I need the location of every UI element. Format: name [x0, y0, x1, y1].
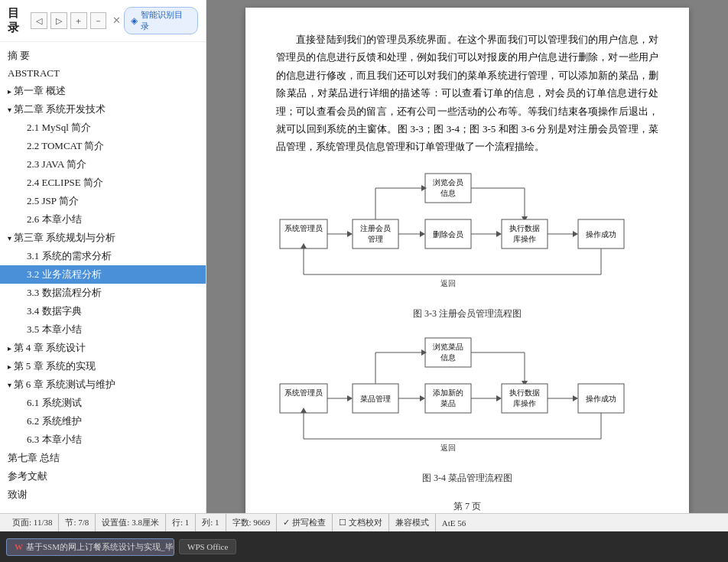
svg-text:执行数据: 执行数据: [509, 388, 540, 397]
toc-fwd-btn[interactable]: ▷: [50, 12, 67, 29]
svg-marker-26: [573, 231, 578, 237]
svg-text:信息: 信息: [440, 189, 456, 197]
svg-text:删除会员: 删除会员: [433, 230, 463, 239]
svg-marker-8: [420, 231, 425, 237]
sidebar-title: 目录: [8, 6, 31, 35]
main-area: 目录 ◁ ▷ ＋ － ✕ ◈ 智能识别目录 摘 要ABSTRACT第一章 概述第…: [0, 0, 728, 513]
toc-item-ch3-2[interactable]: 3.2 业务流程分析: [0, 265, 206, 284]
toc-item-abstract-en[interactable]: ABSTRACT: [0, 65, 206, 82]
toc-item-ch5[interactable]: 第 5 章 系统的实现: [0, 357, 206, 375]
svg-text:浏览菜品: 浏览菜品: [433, 343, 463, 351]
diagram2-svg: 系统管理员 菜品管理 添加新的 菜品: [276, 332, 658, 466]
diagram1-title: 图 3-3 注册会员管理流程图: [413, 307, 522, 320]
svg-text:库操作: 库操作: [513, 399, 536, 408]
svg-marker-41: [420, 395, 425, 401]
taskbar-wps-label: W: [15, 542, 23, 551]
sidebar: 目录 ◁ ▷ ＋ － ✕ ◈ 智能识别目录 摘 要ABSTRACT第一章 概述第…: [0, 0, 206, 513]
toc-item-ch3-5[interactable]: 3.5 本章小结: [0, 320, 206, 339]
svg-marker-60: [573, 395, 578, 401]
document-area[interactable]: 直接登陆到我们的管理员系统界面。在这个界面我们可以管理我们的用户信息，对管理员的…: [206, 0, 728, 513]
status-section[interactable]: 节: 7/8: [59, 514, 96, 531]
app-container: 目录 ◁ ▷ ＋ － ✕ ◈ 智能识别目录 摘 要ABSTRACT第一章 概述第…: [0, 0, 728, 562]
ai-btn-label: 智能识别目录: [141, 9, 191, 32]
svg-text:添加新的: 添加新的: [433, 388, 463, 397]
status-ate: AtE 56: [436, 514, 472, 531]
taskbar-doc-title: 基于SSM的网上订餐系统设计与实现_毕业论文.doc: [26, 541, 174, 553]
toc-item-ch2-3[interactable]: 2.3 JAVA 简介: [0, 155, 206, 174]
ai-recognize-btn[interactable]: ◈ 智能识别目录: [124, 7, 198, 34]
sidebar-header-icons: ◁ ▷ ＋ － ✕ ◈ 智能识别目录: [31, 7, 198, 34]
svg-text:返回: 返回: [440, 443, 456, 452]
svg-text:管理: 管理: [368, 235, 383, 243]
taskbar-app-item[interactable]: WPS Office: [179, 539, 236, 554]
toc-item-ch1[interactable]: 第一章 概述: [0, 82, 206, 100]
svg-text:返回: 返回: [440, 279, 456, 287]
toc-item-ch7[interactable]: 第七章 总结: [0, 449, 206, 467]
toc-item-ch3-4[interactable]: 3.4 数据字典: [0, 302, 206, 320]
svg-marker-55: [496, 395, 502, 401]
toc-item-ch6-2[interactable]: 6.2 系统维护: [0, 412, 206, 430]
status-compat[interactable]: 兼容模式: [389, 514, 436, 531]
svg-text:系统管理员: 系统管理员: [284, 388, 323, 397]
toc-item-ch2[interactable]: 第二章 系统开发技术: [0, 100, 206, 119]
statusbar: 页面: 11/38 节: 7/8 设置值: 3.8厘米 行: 1 列: 1 字数…: [0, 513, 728, 531]
toc-item-ch4[interactable]: 第 4 章 系统设计: [0, 339, 206, 357]
body-text: 直接登陆到我们的管理员系统界面。在这个界面我们可以管理我们的用户信息，对管理员的…: [276, 31, 658, 156]
toc-back-btn[interactable]: ◁: [31, 12, 47, 29]
ai-icon: ◈: [131, 15, 138, 27]
document-page: 直接登陆到我们的管理员系统界面。在这个界面我们可以管理我们的用户信息，对管理员的…: [245, 8, 689, 513]
taskbar-doc-item[interactable]: W 基于SSM的网上订餐系统设计与实现_毕业论文.doc: [6, 538, 174, 556]
svg-text:执行数据: 执行数据: [509, 224, 540, 232]
svg-text:操作成功: 操作成功: [586, 230, 616, 239]
svg-text:操作成功: 操作成功: [586, 395, 616, 403]
status-spell[interactable]: ✓ 拼写检查: [277, 514, 333, 531]
diagram1-container: 系统管理员 注册会员 管理 删除会员: [276, 167, 658, 320]
diagram2-container: 系统管理员 菜品管理 添加新的 菜品: [276, 332, 658, 485]
taskbar-app-name: WPS Office: [187, 542, 228, 551]
status-wordcount[interactable]: 字数: 9669: [226, 514, 278, 531]
svg-marker-3: [347, 231, 353, 237]
toc-item-ch6[interactable]: 第 6 章 系统测试与维护: [0, 375, 206, 394]
toc-item-ch3[interactable]: 第三章 系统规划与分析: [0, 229, 206, 247]
status-page[interactable]: 页面: 11/38: [6, 514, 59, 531]
svg-text:菜品: 菜品: [440, 399, 456, 408]
toc-item-ch2-1[interactable]: 2.1 MySql 简介: [0, 119, 206, 137]
toc-item-ch6-1[interactable]: 6.1 系统测试: [0, 394, 206, 412]
toc-item-ch2-4[interactable]: 2.4 ECLIPSE 简介: [0, 174, 206, 192]
diagram2-title: 图 3-4 菜品管理流程图: [422, 472, 512, 485]
toc-item-ch3-3[interactable]: 3.3 数据流程分析: [0, 284, 206, 302]
sidebar-header: 目录 ◁ ▷ ＋ － ✕ ◈ 智能识别目录: [0, 0, 206, 42]
status-col[interactable]: 列: 1: [196, 514, 226, 531]
svg-text:系统管理员: 系统管理员: [284, 224, 323, 232]
svg-text:注册会员: 注册会员: [360, 224, 391, 232]
sidebar-close-btn[interactable]: ✕: [112, 15, 121, 27]
toc-item-ch2-2[interactable]: 2.2 TOMCAT 简介: [0, 137, 206, 155]
svg-marker-37: [347, 395, 353, 401]
status-setting[interactable]: 设置值: 3.8厘米: [96, 514, 166, 531]
toc-item-ch3-1[interactable]: 3.1 系统的需求分析: [0, 247, 206, 265]
toc-add-btn[interactable]: ＋: [70, 12, 87, 29]
svg-text:信息: 信息: [440, 353, 456, 362]
toc-minus-btn[interactable]: －: [90, 12, 107, 29]
status-row[interactable]: 行: 1: [166, 514, 196, 531]
taskbar: W 基于SSM的网上订餐系统设计与实现_毕业论文.doc WPS Office: [0, 531, 728, 562]
svg-text:菜品管理: 菜品管理: [360, 395, 391, 403]
svg-marker-21: [496, 231, 502, 237]
status-doccheck[interactable]: ☐ 文档校对: [333, 514, 389, 531]
toc-item-ack[interactable]: 致谢: [0, 486, 206, 504]
toc-content: 摘 要ABSTRACT第一章 概述第二章 系统开发技术2.1 MySql 简介2…: [0, 42, 206, 513]
page-number: 第 7 页: [276, 500, 658, 513]
svg-text:库操作: 库操作: [513, 235, 536, 243]
toc-item-ch2-6[interactable]: 2.6 本章小结: [0, 210, 206, 229]
toc-item-ref[interactable]: 参考文献: [0, 467, 206, 486]
toc-item-ch2-5[interactable]: 2.5 JSP 简介: [0, 192, 206, 210]
toc-item-ch6-3[interactable]: 6.3 本章小结: [0, 430, 206, 449]
toc-item-abstract-cn[interactable]: 摘 要: [0, 47, 206, 65]
svg-text:浏览会员: 浏览会员: [433, 178, 463, 187]
diagram1-svg: 系统管理员 注册会员 管理 删除会员: [276, 167, 658, 301]
